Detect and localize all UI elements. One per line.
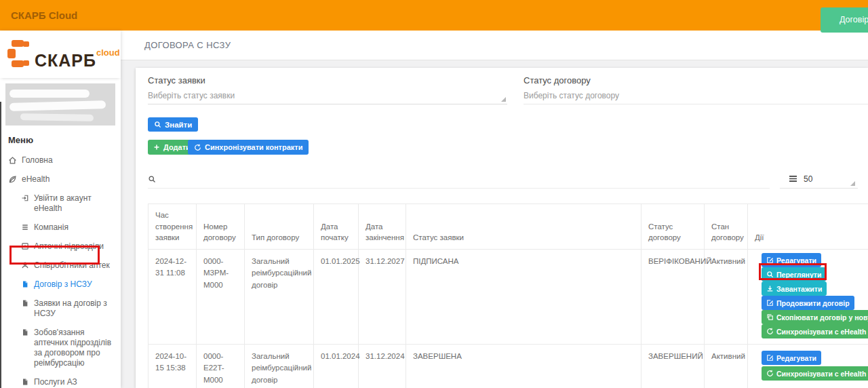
contract-status-select[interactable]: Виберіть статус договору xyxy=(524,87,868,104)
find-button[interactable]: Знайти xyxy=(148,117,198,132)
col-header-request-status: Статус заявки xyxy=(406,204,642,250)
file-icon xyxy=(21,299,29,307)
col-header-actions: Дії xyxy=(748,204,868,250)
table-row: 2024-10-15 15:38 0000-E22T-M000 Загальни… xyxy=(149,345,868,388)
sidebar-item-az-services[interactable]: Послуги АЗ xyxy=(21,377,117,387)
cell-created: 2024-12-31 11:08 xyxy=(149,250,197,345)
list-icon xyxy=(21,223,29,231)
cell-request-status: ЗАВЕРШЕНА xyxy=(406,345,642,388)
table-search-input[interactable] xyxy=(160,174,770,184)
logo-cloud-label: cloud xyxy=(96,47,120,58)
sidebar-item-reimbursement-obligations[interactable]: Зобов'язання аптечних підрозділів за дог… xyxy=(21,328,117,368)
refresh-icon xyxy=(194,144,201,151)
col-header-type: Тип договору xyxy=(245,204,314,250)
copy-icon xyxy=(766,313,774,321)
edit-icon xyxy=(766,354,774,362)
page-header: ДОГОВОРА С НСЗУ xyxy=(121,31,868,60)
cell-date-end: 31.12.2027 xyxy=(359,250,406,345)
search-icon xyxy=(148,175,156,183)
cell-contract-status: ВЕРІФІКОВАНИЙ xyxy=(642,250,705,345)
cell-created: 2024-10-15 15:38 xyxy=(149,345,197,388)
file-icon xyxy=(21,378,29,386)
cell-actions: Редагувати Синхронізувати с eHealth xyxy=(748,345,868,388)
cell-date-start: 01.01.2025 xyxy=(314,250,359,345)
download-button[interactable]: Завантажити xyxy=(762,282,827,296)
sidebar-item-ehealth-login[interactable]: Увійти в акаунт eHealth xyxy=(21,193,117,214)
request-status-label: Статус заявки xyxy=(148,75,205,85)
col-header-number: Номер договору xyxy=(197,204,245,250)
col-header-contract-state: Стан договору xyxy=(705,204,748,250)
toast-notification: Договір оновлено xyxy=(821,7,868,33)
copy-contract-button[interactable]: Скопіювати договір у нову заявку xyxy=(762,310,868,324)
refresh-icon xyxy=(766,328,774,335)
col-header-date-start: Дата початку xyxy=(314,204,359,250)
home-icon xyxy=(8,156,17,165)
table-header-row: Час створення заявки Номер договору Тип … xyxy=(149,204,868,250)
search-icon xyxy=(154,121,161,128)
sidebar-item-nszu-contract[interactable]: Договір з НСЗУ xyxy=(21,279,117,290)
extend-contract-button[interactable]: Продовжити договір xyxy=(762,296,854,310)
cell-date-end: 31.12.2024 xyxy=(359,345,406,388)
file-icon xyxy=(21,328,29,336)
cell-contract-state: Активний xyxy=(705,345,748,388)
sidebar-item-company[interactable]: Компанія xyxy=(21,222,117,233)
page-size-value: 50 xyxy=(804,174,812,184)
col-header-date-end: Дата закінчення xyxy=(359,204,406,250)
page-title: ДОГОВОРА С НСЗУ xyxy=(144,40,868,50)
sidebar-item-nszu-contract-requests[interactable]: Заявки на договір з НСЗУ xyxy=(21,298,117,319)
table-search xyxy=(148,170,770,189)
plus-icon xyxy=(153,144,160,151)
cell-date-start: 01.01.2024 xyxy=(314,345,359,388)
sidebar-item-home[interactable]: Головна xyxy=(8,155,117,166)
sync-contracts-button[interactable]: Синхронізувати контракти xyxy=(188,140,309,155)
redacted-user-info xyxy=(5,83,115,125)
top-bar: СКАРБ Cloud xyxy=(0,0,868,31)
cell-type: Загальний реімбурсаційний договір xyxy=(245,250,314,345)
sidebar-scrollbar[interactable] xyxy=(0,102,1,388)
sidebar-item-ehealth[interactable]: eHealth xyxy=(8,174,117,185)
sign-in-icon xyxy=(21,194,29,202)
sync-ehealth-button[interactable]: Синхронізувати с eHealth xyxy=(762,324,868,338)
logo: СКАРБcloud xyxy=(0,31,121,78)
cell-number: 0000-M3PM-M000 xyxy=(197,250,245,345)
skarb-logo-icon xyxy=(7,39,30,68)
cell-type: Загальний реімбурсаційний договір xyxy=(245,345,314,388)
download-icon xyxy=(766,285,774,292)
annotation-highlight-view-button xyxy=(759,263,827,280)
menu-bars-icon xyxy=(789,175,797,182)
sidebar: СКАРБcloud Меню Головна eHealth Увійти в… xyxy=(0,31,121,388)
sync-ehealth-button[interactable]: Синхронізувати с eHealth xyxy=(762,366,868,381)
request-status-select[interactable]: Виберіть статус заявки xyxy=(148,87,507,104)
annotation-highlight-sidebar-contract xyxy=(9,246,100,265)
edit-button[interactable]: Редагувати xyxy=(762,351,821,365)
leaf-icon xyxy=(8,175,17,184)
app-brand: СКАРБ Cloud xyxy=(11,0,77,31)
cell-request-status: ПІДПИСАНА xyxy=(406,250,642,345)
cell-contract-state: Активний xyxy=(705,250,748,345)
edit-icon xyxy=(766,299,774,307)
cell-number: 0000-E22T-M000 xyxy=(197,345,245,388)
file-icon xyxy=(21,280,29,288)
contract-status-label: Статус договору xyxy=(524,75,591,85)
cell-contract-status: ЗАВЕРШЕНИЙ xyxy=(642,345,705,388)
refresh-icon xyxy=(766,370,774,377)
content-card: Статус заявки Виберіть статус заявки Ста… xyxy=(136,68,868,388)
select-resize-icon xyxy=(850,181,855,186)
col-header-created: Час створення заявки xyxy=(149,204,197,250)
select-resize-icon xyxy=(501,97,506,102)
col-header-contract-status: Статус договору xyxy=(642,204,705,250)
contracts-table: Час створення заявки Номер договору Тип … xyxy=(148,203,868,388)
logo-text: СКАРБcloud xyxy=(35,39,120,74)
menu-title: Меню xyxy=(8,135,117,145)
page-size-select[interactable]: 50 xyxy=(780,170,858,189)
